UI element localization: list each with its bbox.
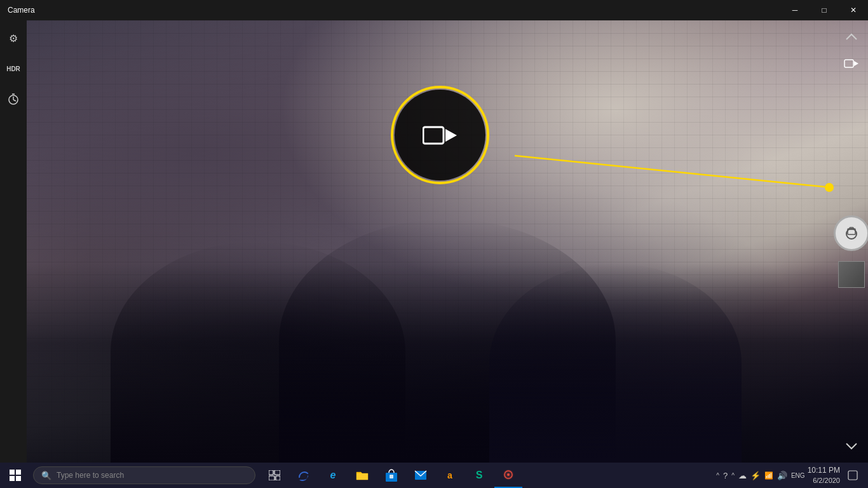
- hdr-icon[interactable]: HDR: [3, 58, 24, 79]
- battery-icon: ⚡: [750, 471, 761, 480]
- svg-rect-21: [390, 475, 393, 478]
- tray-expand2[interactable]: ^: [731, 472, 735, 479]
- svg-marker-8: [854, 61, 858, 66]
- photo-capture-button[interactable]: [834, 215, 868, 251]
- svg-line-2: [13, 100, 16, 101]
- app-title: Camera: [0, 6, 780, 15]
- annotation-dot: [825, 183, 834, 192]
- mail-button[interactable]: [407, 463, 435, 488]
- right-sidebar: [835, 20, 868, 463]
- title-bar: Camera ─ □ ✕: [0, 0, 868, 20]
- amazon-button[interactable]: a: [436, 463, 464, 488]
- app-s-button[interactable]: S: [465, 463, 493, 488]
- notification-center-button[interactable]: [843, 463, 863, 488]
- svg-rect-12: [10, 470, 15, 475]
- tray-question[interactable]: ?: [723, 471, 728, 480]
- right-top: [840, 25, 863, 69]
- clock-date: 6/2/2020: [808, 476, 840, 485]
- network-icon: 📶: [764, 471, 773, 480]
- svg-rect-13: [16, 470, 21, 475]
- task-view-button[interactable]: [261, 463, 288, 488]
- language-icon: ENG: [791, 472, 805, 479]
- svg-rect-17: [275, 470, 280, 475]
- store-button[interactable]: [377, 463, 405, 488]
- system-tray: ^ ? ^ ☁ ⚡ 📶 🔊 ENG 10:11 PM 6/2/2020: [716, 463, 868, 488]
- right-bottom: [840, 435, 863, 458]
- search-icon: 🔍: [41, 471, 51, 480]
- taskbar-apps: e a S: [261, 463, 522, 488]
- camera-taskbar-button[interactable]: [494, 463, 522, 488]
- svg-rect-16: [269, 470, 273, 475]
- annotation-circle: [391, 86, 489, 184]
- left-sidebar: ⚙ HDR: [0, 20, 27, 463]
- search-input[interactable]: [57, 471, 247, 480]
- annotation-video-icon: [395, 90, 485, 180]
- taskbar: 🔍 e: [0, 463, 868, 488]
- clock-time: 10:11 PM: [808, 466, 840, 476]
- tray-expand[interactable]: ^: [716, 472, 719, 479]
- file-explorer-button[interactable]: [348, 463, 376, 488]
- chevron-up-button[interactable]: [840, 25, 863, 48]
- maximize-button[interactable]: □: [810, 0, 839, 20]
- system-clock[interactable]: 10:11 PM 6/2/2020: [808, 466, 840, 485]
- taskbar-search[interactable]: 🔍: [33, 466, 255, 484]
- minimize-button[interactable]: ─: [780, 0, 810, 20]
- svg-rect-5: [423, 127, 444, 144]
- svg-rect-14: [10, 476, 15, 481]
- svg-rect-19: [276, 476, 280, 480]
- chevron-down-button[interactable]: [840, 435, 863, 458]
- svg-rect-18: [269, 476, 275, 480]
- edge-browser-button[interactable]: [290, 463, 318, 488]
- svg-rect-15: [16, 476, 21, 481]
- svg-rect-7: [844, 60, 853, 67]
- svg-rect-26: [848, 471, 857, 480]
- start-button[interactable]: [0, 463, 31, 488]
- cloud-icon: ☁: [738, 471, 747, 480]
- video-mode-small-icon[interactable]: [844, 58, 859, 69]
- sys-tray-icons: ^ ? ^ ☁ ⚡ 📶 🔊 ENG: [716, 471, 804, 480]
- thumbnail[interactable]: [838, 261, 865, 288]
- settings-icon[interactable]: ⚙: [3, 28, 24, 48]
- close-button[interactable]: ✕: [839, 0, 868, 20]
- svg-point-25: [507, 473, 510, 476]
- volume-icon[interactable]: 🔊: [777, 471, 787, 480]
- ie-button[interactable]: e: [319, 463, 347, 488]
- svg-marker-6: [445, 129, 457, 142]
- timer-icon[interactable]: [3, 89, 24, 109]
- window-controls: ─ □ ✕: [780, 0, 868, 20]
